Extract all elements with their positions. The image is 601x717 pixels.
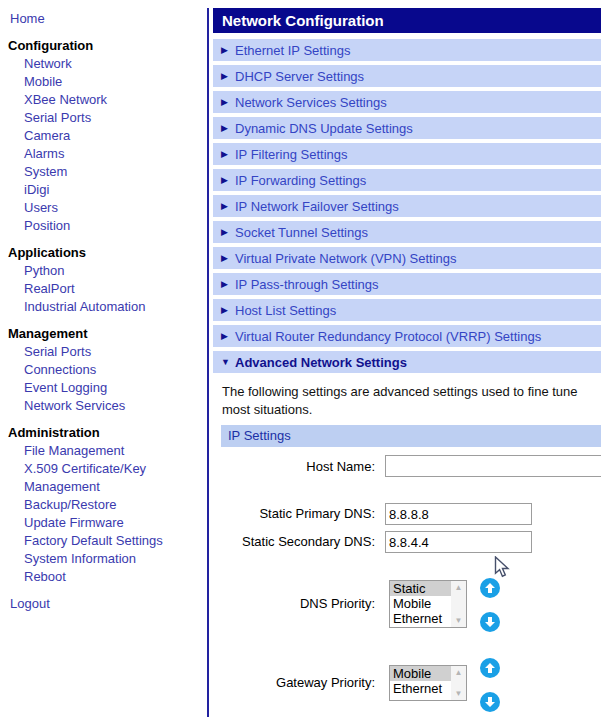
gateway-priority-label: Gateway Priority:: [213, 671, 375, 695]
section-toggle-arrow-icon: ▶: [221, 331, 235, 341]
sidebar-item-factory-default-settings[interactable]: Factory Default Settings: [24, 532, 196, 550]
section-label: IP Network Failover Settings: [235, 199, 399, 214]
host-name-input[interactable]: [385, 455, 601, 477]
sidebar-item-home[interactable]: Home: [10, 10, 207, 28]
section-label: Network Services Settings: [235, 95, 387, 110]
host-name-label: Host Name:: [213, 455, 375, 479]
down-arrow-icon: [484, 696, 496, 708]
sidebar-item-file-management[interactable]: File Management: [24, 442, 196, 460]
sidebar-item-reboot[interactable]: Reboot: [24, 568, 196, 586]
dns-priority-listbox[interactable]: Static Mobile Ethernet ▲ ▼: [389, 580, 467, 628]
main-content: Network Configuration ▶ Ethernet IP Sett…: [213, 0, 601, 717]
section-bar[interactable]: ▶ IP Network Failover Settings: [213, 195, 601, 217]
listbox-scrollbar[interactable]: ▲ ▼: [451, 666, 466, 700]
section-bar[interactable]: ▶ Virtual Router Redundancy Protocol (VR…: [213, 325, 601, 347]
sidebar-item-connections[interactable]: Connections: [24, 361, 196, 379]
sidebar-item-system-information[interactable]: System Information: [24, 550, 196, 568]
gateway-priority-move-up-button[interactable]: [480, 658, 500, 678]
dns-priority-move-up-button[interactable]: [480, 578, 500, 598]
listbox-scrollbar[interactable]: ▲ ▼: [451, 581, 466, 627]
listbox-option[interactable]: Ethernet: [390, 681, 451, 696]
sidebar-item-network-services[interactable]: Network Services: [24, 397, 196, 415]
sidebar-item-mgmt-serial-ports[interactable]: Serial Ports: [24, 343, 196, 361]
section-toggle-arrow-icon: ▶: [221, 279, 235, 289]
sidebar-item-users[interactable]: Users: [24, 199, 196, 217]
dns-priority-move-down-button[interactable]: [480, 612, 500, 632]
sidebar-item-idigi[interactable]: iDigi: [24, 181, 196, 199]
sidebar-header-administration: Administration: [8, 424, 207, 442]
scrollbar-up-arrow-icon: ▲: [455, 668, 463, 677]
static-secondary-dns-input[interactable]: [385, 531, 532, 553]
section-toggle-arrow-icon: ▶: [221, 253, 235, 263]
section-label: Ethernet IP Settings: [235, 43, 350, 58]
section-label: IP Forwarding Settings: [235, 173, 366, 188]
section-toggle-arrow-icon: ▶: [221, 305, 235, 315]
sidebar-item-mobile[interactable]: Mobile: [24, 73, 196, 91]
description-line-1: The following settings are advanced sett…: [222, 383, 578, 401]
ip-settings-group-header: IP Settings: [221, 425, 601, 447]
static-secondary-dns-label: Static Secondary DNS:: [213, 530, 375, 554]
advanced-settings-description: The following settings are advanced sett…: [222, 383, 578, 419]
sidebar-item-industrial-automation[interactable]: Industrial Automation: [24, 298, 196, 316]
dns-priority-options: Static Mobile Ethernet: [390, 581, 451, 627]
section-toggle-arrow-icon: ▶: [221, 149, 235, 159]
section-toggle-arrow-icon: ▶: [221, 201, 235, 211]
description-line-2: most situations.: [222, 401, 578, 419]
gateway-priority-listbox[interactable]: Mobile Ethernet ▲ ▼: [389, 665, 467, 701]
section-bar[interactable]: ▶ DHCP Server Settings: [213, 65, 601, 87]
listbox-option[interactable]: Ethernet: [390, 611, 451, 626]
sidebar-item-network[interactable]: Network: [24, 55, 196, 73]
section-toggle-arrow-icon: ▶: [221, 71, 235, 81]
section-bar[interactable]: ▶ Network Services Settings: [213, 91, 601, 113]
down-arrow-icon: [484, 616, 496, 628]
sidebar: Home Configuration Network Mobile XBee N…: [0, 0, 207, 613]
section-bar[interactable]: ▶ Virtual Private Network (VPN) Settings: [213, 247, 601, 269]
section-label: IP Pass-through Settings: [235, 277, 379, 292]
listbox-option[interactable]: Mobile: [390, 596, 451, 611]
listbox-option[interactable]: Static: [390, 581, 451, 596]
sidebar-header-configuration: Configuration: [8, 37, 207, 55]
section-label: Host List Settings: [235, 303, 336, 318]
section-bar[interactable]: ▶ Ethernet IP Settings: [213, 39, 601, 61]
section-label: Virtual Router Redundancy Protocol (VRRP…: [235, 329, 541, 344]
up-arrow-icon: [484, 662, 496, 674]
section-toggle-arrow-icon: ▶: [221, 97, 235, 107]
section-bar[interactable]: ▶ IP Pass-through Settings: [213, 273, 601, 295]
section-bar[interactable]: ▶ Host List Settings: [213, 299, 601, 321]
section-label: Advanced Network Settings: [235, 355, 407, 370]
listbox-option[interactable]: Mobile: [390, 666, 451, 681]
section-bar[interactable]: ▶ IP Filtering Settings: [213, 143, 601, 165]
section-label: Virtual Private Network (VPN) Settings: [235, 251, 457, 266]
section-toggle-arrow-icon: ▼: [221, 357, 235, 367]
section-toggle-arrow-icon: ▶: [221, 123, 235, 133]
section-toggle-arrow-icon: ▶: [221, 175, 235, 185]
up-arrow-icon: [484, 582, 496, 594]
section-bar[interactable]: ▼ Advanced Network Settings: [213, 351, 601, 373]
gateway-priority-move-down-button[interactable]: [480, 692, 500, 712]
section-bar[interactable]: ▶ IP Forwarding Settings: [213, 169, 601, 191]
sidebar-item-realport[interactable]: RealPort: [24, 280, 196, 298]
content-divider: [207, 8, 209, 717]
scrollbar-up-arrow-icon: ▲: [455, 583, 463, 592]
sidebar-item-system[interactable]: System: [24, 163, 196, 181]
section-toggle-arrow-icon: ▶: [221, 227, 235, 237]
sidebar-item-update-firmware[interactable]: Update Firmware: [24, 514, 196, 532]
sidebar-item-xbee-network[interactable]: XBee Network: [24, 91, 196, 109]
section-bar[interactable]: ▶ Dynamic DNS Update Settings: [213, 117, 601, 139]
sidebar-item-logout[interactable]: Logout: [10, 595, 207, 613]
scrollbar-down-arrow-icon: ▼: [455, 616, 463, 625]
section-toggle-arrow-icon: ▶: [221, 45, 235, 55]
sidebar-item-serial-ports[interactable]: Serial Ports: [24, 109, 196, 127]
section-list: ▶ Ethernet IP Settings ▶ DHCP Server Set…: [213, 39, 601, 377]
sidebar-item-x509-certificate-key-management[interactable]: X.509 Certificate/Key Management: [24, 460, 196, 496]
sidebar-item-backup-restore[interactable]: Backup/Restore: [24, 496, 196, 514]
static-primary-dns-input[interactable]: [385, 503, 532, 525]
section-bar[interactable]: ▶ Socket Tunnel Settings: [213, 221, 601, 243]
sidebar-header-management: Management: [8, 325, 207, 343]
sidebar-item-python[interactable]: Python: [24, 262, 196, 280]
sidebar-item-alarms[interactable]: Alarms: [24, 145, 196, 163]
mouse-cursor: [494, 556, 512, 580]
sidebar-item-event-logging[interactable]: Event Logging: [24, 379, 196, 397]
sidebar-item-camera[interactable]: Camera: [24, 127, 196, 145]
sidebar-item-position[interactable]: Position: [24, 217, 196, 235]
